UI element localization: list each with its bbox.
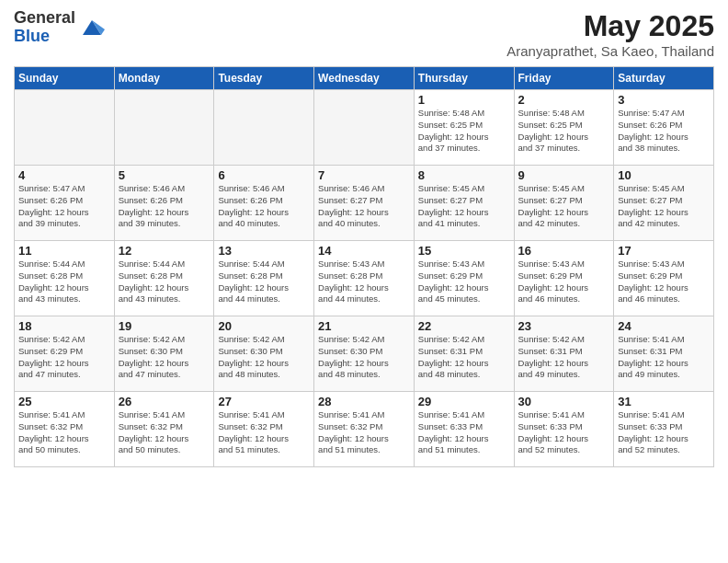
day-number: 28 (318, 395, 410, 408)
calendar-cell: 13Sunrise: 5:44 AMSunset: 6:28 PMDayligh… (214, 241, 314, 316)
calendar-cell: 17Sunrise: 5:43 AMSunset: 6:29 PMDayligh… (614, 241, 714, 316)
day-number: 23 (518, 319, 610, 333)
day-number: 2 (518, 93, 610, 107)
day-number: 6 (218, 168, 310, 182)
day-info: Sunrise: 5:43 AMSunset: 6:29 PMDaylight:… (418, 259, 510, 305)
day-info: Sunrise: 5:41 AMSunset: 6:31 PMDaylight:… (618, 334, 710, 381)
day-number: 17 (618, 244, 710, 258)
calendar-cell: 27Sunrise: 5:41 AMSunset: 6:32 PMDayligh… (214, 392, 314, 467)
calendar-week-3: 11Sunrise: 5:44 AMSunset: 6:28 PMDayligh… (15, 241, 714, 316)
title-block: May 2025 Aranyaprathet, Sa Kaeo, Thailan… (506, 9, 714, 59)
day-number: 20 (218, 319, 310, 333)
calendar-cell: 31Sunrise: 5:41 AMSunset: 6:33 PMDayligh… (614, 392, 714, 467)
calendar-cell (214, 90, 314, 166)
day-number: 7 (318, 168, 410, 182)
day-number: 24 (618, 319, 710, 333)
day-info: Sunrise: 5:41 AMSunset: 6:32 PMDaylight:… (318, 409, 410, 456)
calendar-cell: 6Sunrise: 5:46 AMSunset: 6:26 PMDaylight… (214, 166, 314, 241)
day-number: 5 (119, 168, 210, 182)
calendar-cell: 29Sunrise: 5:41 AMSunset: 6:33 PMDayligh… (414, 392, 514, 467)
calendar-cell: 2Sunrise: 5:48 AMSunset: 6:25 PMDaylight… (514, 90, 614, 166)
day-number: 4 (18, 168, 110, 182)
day-info: Sunrise: 5:44 AMSunset: 6:28 PMDaylight:… (18, 259, 110, 305)
day-info: Sunrise: 5:47 AMSunset: 6:26 PMDaylight:… (18, 183, 110, 230)
col-friday: Friday (514, 67, 614, 90)
day-number: 18 (18, 319, 110, 333)
calendar-cell: 11Sunrise: 5:44 AMSunset: 6:28 PMDayligh… (15, 241, 115, 316)
day-number: 11 (18, 244, 110, 258)
day-number: 31 (618, 395, 710, 408)
day-number: 10 (618, 168, 710, 182)
col-tuesday: Tuesday (214, 67, 314, 90)
calendar-cell: 7Sunrise: 5:46 AMSunset: 6:27 PMDaylight… (314, 166, 415, 241)
calendar-cell: 5Sunrise: 5:46 AMSunset: 6:26 PMDaylight… (114, 166, 214, 241)
day-info: Sunrise: 5:41 AMSunset: 6:32 PMDaylight:… (218, 409, 310, 456)
day-info: Sunrise: 5:45 AMSunset: 6:27 PMDaylight:… (618, 183, 710, 230)
day-number: 15 (418, 244, 510, 258)
calendar-cell (15, 90, 115, 166)
day-info: Sunrise: 5:45 AMSunset: 6:27 PMDaylight:… (418, 183, 510, 230)
calendar-title: May 2025 (506, 9, 714, 43)
calendar-cell: 30Sunrise: 5:41 AMSunset: 6:33 PMDayligh… (514, 392, 614, 467)
day-info: Sunrise: 5:48 AMSunset: 6:25 PMDaylight:… (418, 108, 510, 155)
logo-text: General Blue (14, 9, 75, 46)
logo-icon (79, 15, 105, 40)
day-info: Sunrise: 5:46 AMSunset: 6:26 PMDaylight:… (119, 183, 210, 230)
day-number: 12 (119, 244, 210, 258)
day-number: 26 (119, 395, 210, 408)
day-info: Sunrise: 5:43 AMSunset: 6:28 PMDaylight:… (318, 259, 410, 305)
calendar-cell: 9Sunrise: 5:45 AMSunset: 6:27 PMDaylight… (514, 166, 614, 241)
col-monday: Monday (114, 67, 214, 90)
calendar-cell: 4Sunrise: 5:47 AMSunset: 6:26 PMDaylight… (15, 166, 115, 241)
calendar-cell: 25Sunrise: 5:41 AMSunset: 6:32 PMDayligh… (15, 392, 115, 467)
logo: General Blue (14, 9, 105, 46)
col-wednesday: Wednesday (314, 67, 415, 90)
calendar-cell: 12Sunrise: 5:44 AMSunset: 6:28 PMDayligh… (114, 241, 214, 316)
calendar-cell: 20Sunrise: 5:42 AMSunset: 6:30 PMDayligh… (214, 316, 314, 392)
day-number: 13 (218, 244, 310, 258)
day-number: 3 (618, 93, 710, 107)
day-info: Sunrise: 5:45 AMSunset: 6:27 PMDaylight:… (518, 183, 610, 230)
calendar-week-5: 25Sunrise: 5:41 AMSunset: 6:32 PMDayligh… (15, 392, 714, 467)
day-number: 25 (18, 395, 110, 408)
calendar-header-row: Sunday Monday Tuesday Wednesday Thursday… (15, 67, 714, 90)
day-info: Sunrise: 5:44 AMSunset: 6:28 PMDaylight:… (218, 259, 310, 305)
day-info: Sunrise: 5:42 AMSunset: 6:31 PMDaylight:… (418, 334, 510, 381)
calendar-cell: 19Sunrise: 5:42 AMSunset: 6:30 PMDayligh… (114, 316, 214, 392)
col-saturday: Saturday (614, 67, 714, 90)
calendar-cell: 15Sunrise: 5:43 AMSunset: 6:29 PMDayligh… (414, 241, 514, 316)
day-info: Sunrise: 5:41 AMSunset: 6:32 PMDaylight:… (119, 409, 210, 456)
day-info: Sunrise: 5:46 AMSunset: 6:26 PMDaylight:… (218, 183, 310, 230)
calendar-cell: 14Sunrise: 5:43 AMSunset: 6:28 PMDayligh… (314, 241, 415, 316)
day-number: 30 (518, 395, 610, 408)
calendar-subtitle: Aranyaprathet, Sa Kaeo, Thailand (506, 43, 714, 59)
calendar-cell: 28Sunrise: 5:41 AMSunset: 6:32 PMDayligh… (314, 392, 415, 467)
logo-general: General (14, 9, 75, 28)
day-info: Sunrise: 5:43 AMSunset: 6:29 PMDaylight:… (618, 259, 710, 305)
calendar-cell: 8Sunrise: 5:45 AMSunset: 6:27 PMDaylight… (414, 166, 514, 241)
day-number: 21 (318, 319, 410, 333)
calendar-cell: 22Sunrise: 5:42 AMSunset: 6:31 PMDayligh… (414, 316, 514, 392)
calendar-cell: 1Sunrise: 5:48 AMSunset: 6:25 PMDaylight… (414, 90, 514, 166)
day-number: 27 (218, 395, 310, 408)
calendar-cell: 23Sunrise: 5:42 AMSunset: 6:31 PMDayligh… (514, 316, 614, 392)
col-sunday: Sunday (15, 67, 115, 90)
day-number: 16 (518, 244, 610, 258)
day-info: Sunrise: 5:44 AMSunset: 6:28 PMDaylight:… (119, 259, 210, 305)
day-info: Sunrise: 5:48 AMSunset: 6:25 PMDaylight:… (518, 108, 610, 155)
day-number: 19 (119, 319, 210, 333)
calendar-cell: 3Sunrise: 5:47 AMSunset: 6:26 PMDaylight… (614, 90, 714, 166)
day-info: Sunrise: 5:42 AMSunset: 6:31 PMDaylight:… (518, 334, 610, 381)
page: General Blue May 2025 Aranyaprathet, Sa … (0, 0, 728, 563)
calendar-cell: 21Sunrise: 5:42 AMSunset: 6:30 PMDayligh… (314, 316, 415, 392)
day-info: Sunrise: 5:42 AMSunset: 6:30 PMDaylight:… (119, 334, 210, 381)
calendar-cell (114, 90, 214, 166)
day-number: 29 (418, 395, 510, 408)
day-info: Sunrise: 5:42 AMSunset: 6:30 PMDaylight:… (318, 334, 410, 381)
day-info: Sunrise: 5:47 AMSunset: 6:26 PMDaylight:… (618, 108, 710, 155)
calendar-week-1: 1Sunrise: 5:48 AMSunset: 6:25 PMDaylight… (15, 90, 714, 166)
calendar-week-4: 18Sunrise: 5:42 AMSunset: 6:29 PMDayligh… (15, 316, 714, 392)
calendar-table: Sunday Monday Tuesday Wednesday Thursday… (14, 66, 714, 467)
day-info: Sunrise: 5:42 AMSunset: 6:30 PMDaylight:… (218, 334, 310, 381)
calendar-week-2: 4Sunrise: 5:47 AMSunset: 6:26 PMDaylight… (15, 166, 714, 241)
